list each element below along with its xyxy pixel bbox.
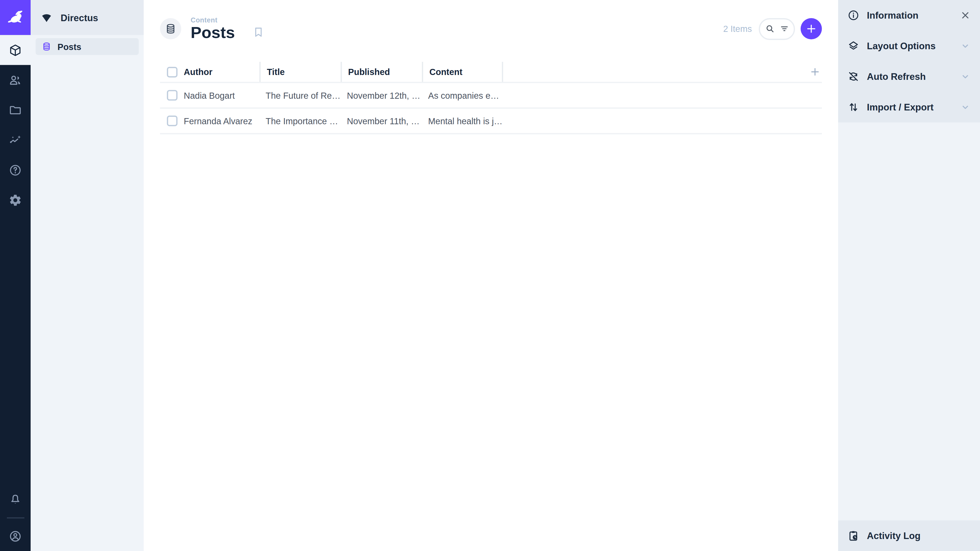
expand-section-control[interactable] bbox=[960, 102, 971, 113]
module-insights[interactable] bbox=[0, 125, 30, 155]
module-files[interactable] bbox=[0, 95, 30, 125]
sidebar-activity-log[interactable]: Activity Log bbox=[838, 520, 980, 551]
cell-content: Mental health is j… bbox=[422, 116, 503, 126]
sidebar-section-label: Import / Export bbox=[867, 102, 934, 113]
user-circle-icon bbox=[9, 530, 22, 543]
row-checkbox[interactable] bbox=[167, 90, 178, 101]
item-count: 2 Items bbox=[723, 24, 752, 34]
insights-icon bbox=[9, 133, 22, 146]
nav-sidebar: Directus Posts bbox=[30, 0, 144, 551]
gear-icon bbox=[9, 193, 22, 206]
module-content[interactable] bbox=[0, 35, 30, 65]
bell-icon bbox=[9, 493, 22, 506]
module-settings[interactable] bbox=[0, 185, 30, 215]
filter-icon[interactable] bbox=[779, 24, 789, 34]
cell-title: The Future of Re… bbox=[259, 91, 340, 100]
activity-log-icon bbox=[848, 530, 859, 542]
import-export-icon bbox=[848, 101, 859, 113]
search-filter-pill bbox=[759, 18, 795, 40]
nav-item-label: Posts bbox=[57, 41, 81, 52]
plus-icon[interactable] bbox=[809, 66, 821, 78]
close-icon bbox=[960, 10, 971, 21]
page-title: Posts bbox=[191, 24, 235, 41]
project-chooser[interactable]: Directus bbox=[30, 0, 144, 35]
sidebar-section-layout-options[interactable]: Layout Options bbox=[838, 30, 980, 61]
account-button[interactable] bbox=[0, 521, 30, 551]
row-checkbox-cell bbox=[160, 109, 184, 133]
sidebar-section-label: Layout Options bbox=[867, 41, 935, 51]
sync-disabled-icon bbox=[848, 71, 859, 83]
sidebar-spacer bbox=[838, 122, 980, 520]
chevron-down-icon bbox=[960, 71, 971, 82]
close-sidebar-button[interactable] bbox=[960, 10, 971, 21]
cell-title: The Importance … bbox=[259, 116, 340, 126]
module-users[interactable] bbox=[0, 65, 30, 95]
cell-published: November 11th, … bbox=[341, 116, 422, 126]
row-checkbox[interactable] bbox=[167, 116, 178, 127]
title-block: Content Posts bbox=[191, 16, 235, 41]
select-all-cell bbox=[160, 62, 184, 82]
help-icon bbox=[9, 163, 22, 176]
column-header-title[interactable]: Title bbox=[259, 62, 340, 82]
chevron-down-icon bbox=[960, 41, 971, 51]
box-icon bbox=[9, 43, 22, 56]
folder-icon bbox=[9, 103, 22, 116]
cell-content: As companies e… bbox=[422, 91, 503, 100]
expand-section-control[interactable] bbox=[960, 41, 971, 51]
layers-icon bbox=[848, 40, 859, 52]
items-table: Author Title Published Content Nadia Bog… bbox=[160, 62, 822, 135]
right-sidebar: Information Layout Options bbox=[838, 0, 980, 551]
cell-author: Nadia Bogart bbox=[184, 91, 259, 100]
breadcrumb[interactable]: Content bbox=[191, 16, 235, 24]
project-name: Directus bbox=[61, 12, 98, 23]
module-bar-divider bbox=[6, 517, 24, 519]
row-checkbox-cell bbox=[160, 83, 184, 108]
module-bar-spacer bbox=[0, 215, 30, 485]
search-icon[interactable] bbox=[765, 24, 775, 34]
main-content: Content Posts 2 Items bbox=[144, 0, 838, 551]
sidebar-section-information[interactable]: Information bbox=[838, 0, 980, 30]
add-item-button[interactable] bbox=[800, 18, 822, 39]
column-header-published[interactable]: Published bbox=[341, 62, 422, 82]
sidebar-section-label: Auto Refresh bbox=[867, 71, 926, 82]
chevron-down-icon bbox=[960, 102, 971, 113]
sidebar-section-label: Information bbox=[867, 10, 918, 21]
header-actions: 2 Items bbox=[723, 18, 822, 40]
table-header-row: Author Title Published Content bbox=[160, 62, 822, 83]
bookmark-button[interactable] bbox=[252, 26, 264, 40]
expand-section-control[interactable] bbox=[960, 71, 971, 82]
info-icon bbox=[848, 10, 859, 21]
directus-rabbit-logo-icon bbox=[6, 8, 24, 27]
column-header-author[interactable]: Author bbox=[184, 62, 259, 82]
module-bar bbox=[0, 0, 30, 551]
page-header: Content Posts 2 Items bbox=[160, 0, 822, 41]
plus-icon bbox=[806, 23, 817, 35]
wifi-fan-icon bbox=[41, 11, 52, 24]
app-window: Directus Posts Content bbox=[0, 0, 980, 551]
cell-author: Fernanda Alvarez bbox=[184, 116, 259, 126]
directus-logo-button[interactable] bbox=[0, 0, 30, 35]
database-icon bbox=[42, 42, 51, 51]
activity-log-label: Activity Log bbox=[867, 530, 921, 541]
collection-icon-button[interactable] bbox=[160, 18, 181, 39]
module-docs[interactable] bbox=[0, 155, 30, 185]
sidebar-item-posts[interactable]: Posts bbox=[36, 38, 139, 55]
people-icon bbox=[9, 73, 22, 86]
notifications-button[interactable] bbox=[0, 485, 30, 515]
sidebar-section-auto-refresh[interactable]: Auto Refresh bbox=[838, 61, 980, 92]
column-header-content[interactable]: Content bbox=[422, 62, 503, 82]
cell-published: November 12th, … bbox=[341, 91, 422, 100]
database-icon bbox=[165, 23, 177, 35]
select-all-checkbox[interactable] bbox=[167, 67, 178, 78]
table-row[interactable]: Fernanda Alvarez The Importance … Novemb… bbox=[160, 109, 822, 135]
sidebar-section-import-export[interactable]: Import / Export bbox=[838, 92, 980, 122]
table-row[interactable]: Nadia Bogart The Future of Re… November … bbox=[160, 83, 822, 109]
add-column-cell bbox=[503, 62, 822, 82]
bookmark-icon bbox=[252, 26, 264, 38]
